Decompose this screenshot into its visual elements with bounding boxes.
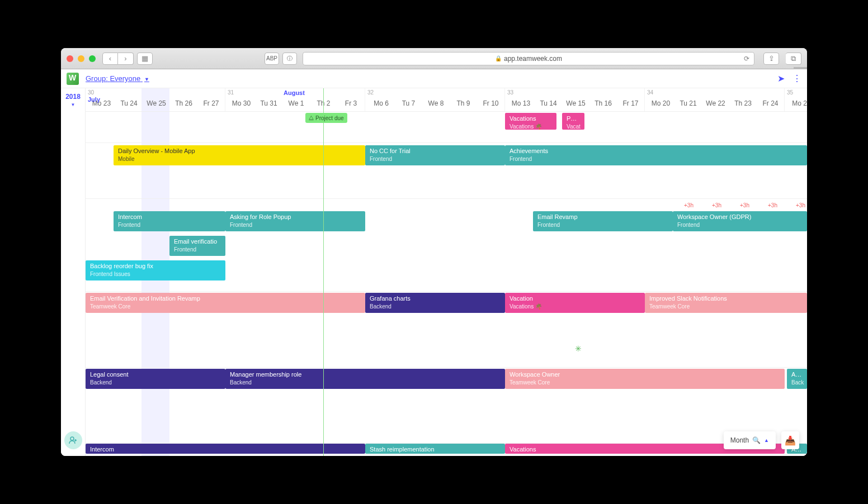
info-extension-icon[interactable]: ⓘ (282, 53, 297, 65)
share-button[interactable]: ⇪ (763, 53, 779, 65)
url-bar[interactable]: 🔒 app.teamweek.com ⟳ (303, 52, 754, 65)
person-row[interactable]: dhruv Vacations Vacations 🌴 Public Vacat (86, 112, 807, 143)
task-subtitle: Backend (90, 379, 221, 386)
tabs-button[interactable]: ⧉ (786, 53, 801, 65)
day-cell[interactable]: Fr 27 (197, 97, 225, 110)
month-label: July (88, 96, 100, 103)
task-bar[interactable]: Email Revamp Frontend (533, 211, 673, 231)
day-cell[interactable]: Mo 20 (647, 97, 674, 110)
day-cell[interactable]: Mo 30 (228, 97, 255, 110)
person-row[interactable]: iuri Legal consent Backend Manager membe… (86, 368, 807, 444)
day-cell[interactable]: Fr 10 (477, 97, 504, 110)
task-title: Achi (791, 371, 803, 378)
forward-button[interactable]: › (118, 53, 134, 65)
task-bar[interactable]: Grafana charts Backend (365, 293, 505, 313)
task-bar[interactable]: Workspace Owner Teamweek Core (505, 369, 785, 389)
timeline-main[interactable]: ⧋ Project due 30 July Mo 23 Tu 24 We 25 … (86, 88, 807, 456)
app-header: Group: Everyone ▼ ➤ ⋮ (61, 69, 807, 88)
overtime-badge: +3h (768, 202, 777, 208)
day-cell[interactable]: Th 23 (729, 97, 757, 110)
day-cell[interactable]: Tu 7 (395, 97, 422, 110)
task-subtitle: Teamweek Core (649, 303, 803, 310)
project-due-marker[interactable]: ⧋ Project due (305, 113, 347, 123)
abp-extension-icon[interactable]: ABP (265, 53, 279, 65)
url-text: app.teamweek.com (504, 55, 562, 63)
task-bar[interactable]: Workspace Owner (GDPR) Frontend (673, 211, 807, 231)
task-bar[interactable]: Manager membership role Backend (225, 369, 505, 389)
task-title: Intercom (90, 446, 361, 453)
task-bar[interactable]: No CC for Trial Frontend (365, 145, 505, 165)
task-bar[interactable]: Vacation Vacations 🌴 (505, 293, 645, 313)
person-row[interactable]: Intercom Stash reimplementation Vacation… (86, 444, 807, 455)
task-title: Intercom (118, 213, 221, 221)
sidebar-button[interactable]: ▦ (137, 53, 153, 65)
day-cell[interactable]: Tu 31 (255, 97, 282, 110)
close-window-button[interactable] (67, 55, 73, 62)
year-selector[interactable]: 2018 ▼ (61, 88, 86, 112)
day-cell[interactable]: We 22 (702, 97, 729, 110)
day-cell[interactable]: We 8 (422, 97, 450, 110)
task-subtitle: Mobile (118, 156, 361, 163)
task-title: Vacation (510, 295, 640, 302)
day-cell[interactable]: Tu 24 (115, 97, 143, 110)
day-cell[interactable]: Mo 2 (787, 97, 807, 110)
day-cell[interactable]: Tu 21 (674, 97, 702, 110)
day-cell[interactable]: Fr 24 (757, 97, 784, 110)
task-title: Public (567, 115, 580, 122)
task-bar[interactable]: Backlog reorder bug fix Frontend Issues (86, 260, 225, 280)
month-label: August (284, 89, 305, 96)
day-cell[interactable]: Mo 6 (367, 97, 395, 110)
task-bar[interactable]: Public Vacat (562, 113, 584, 130)
task-bar[interactable]: Stash reimplementation (365, 444, 505, 454)
task-bar[interactable]: Improved Slack Notifications Teamweek Co… (645, 293, 807, 313)
group-label: Group: (86, 74, 108, 83)
task-bar[interactable]: Legal consent Backend (86, 369, 225, 389)
task-subtitle: Back (791, 379, 803, 386)
week-number: 34 (647, 89, 653, 96)
day-cell[interactable]: We 1 (282, 97, 310, 110)
task-subtitle: Frontend (370, 156, 501, 163)
person-row[interactable]: mitchel +3h +3h +3h +3h +3h Intercom Fro… (86, 199, 807, 292)
task-bar[interactable]: Achi Back (787, 369, 807, 389)
add-user-button[interactable] (64, 431, 82, 449)
task-bar[interactable]: Email verificatio Frontend (169, 236, 225, 256)
week-number: 35 (787, 89, 793, 96)
person-row[interactable]: ignacio Daily Overview - Mobile App Mobi… (86, 143, 807, 199)
task-title: Improved Slack Notifications (649, 295, 803, 302)
task-title: Vacations (510, 115, 552, 122)
task-bar[interactable]: Vacations Vacations 🌴 (505, 113, 556, 130)
day-cell[interactable]: Th 26 (170, 97, 197, 110)
day-cell[interactable]: Tu 14 (535, 97, 562, 110)
task-bar[interactable]: Intercom Frontend (114, 211, 225, 231)
task-bar[interactable]: Daily Overview - Mobile App Mobile (114, 145, 365, 165)
minimize-window-button[interactable] (78, 55, 84, 62)
task-bar[interactable]: Asking for Role Popup Frontend (225, 211, 365, 231)
day-cell[interactable]: Mo 13 (507, 97, 535, 110)
task-subtitle: Vacat (567, 123, 580, 130)
overtime-badge: +3h (712, 202, 721, 208)
back-button[interactable]: ‹ (102, 53, 118, 65)
day-cell[interactable]: We 15 (562, 97, 589, 110)
person-row[interactable]: artur Email Verification and Invitation … (86, 292, 807, 368)
inbox-button[interactable]: 📥 (781, 431, 799, 449)
task-subtitle: Backend (230, 379, 501, 386)
task-subtitle: Frontend (118, 222, 221, 229)
app-logo[interactable] (67, 73, 79, 85)
task-subtitle: Frontend (677, 222, 803, 229)
task-bar[interactable]: Achievements Frontend (505, 145, 807, 165)
day-cell[interactable]: Fr 17 (617, 97, 644, 110)
maximize-window-button[interactable] (89, 55, 96, 62)
zoom-selector[interactable]: Month 🔍 ▲ (724, 431, 776, 449)
bottom-toolbar: Month 🔍 ▲ 📥 (724, 431, 799, 449)
reload-icon[interactable]: ⟳ (744, 55, 749, 63)
day-cell[interactable]: Th 16 (589, 97, 617, 110)
share-plan-icon[interactable]: ➤ (777, 73, 785, 84)
day-cell[interactable]: Th 9 (450, 97, 477, 110)
kebab-menu-icon[interactable]: ⋮ (792, 73, 801, 84)
day-cell[interactable]: We 25 (143, 97, 170, 110)
task-title: Achievements (510, 148, 803, 155)
bookmark-icon: ⧋ (309, 115, 314, 121)
group-dropdown[interactable]: Group: Everyone ▼ (86, 74, 149, 83)
day-cell[interactable]: Fr 3 (337, 97, 365, 110)
task-title: Email Revamp (537, 213, 668, 221)
